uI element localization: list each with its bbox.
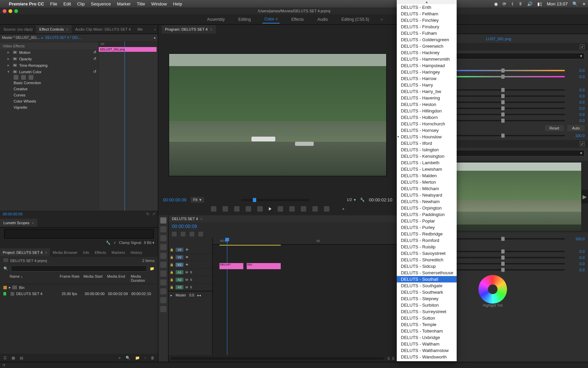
timeline-ruler[interactable]: :00:00 00 (213, 238, 397, 245)
wrench-icon[interactable]: 🔧 (360, 198, 365, 202)
zoom-tool-icon[interactable] (160, 306, 166, 312)
freeform-view-icon[interactable]: ▤ (20, 356, 23, 360)
export-frame-icon[interactable] (324, 206, 329, 212)
export-icon[interactable]: ↗ (152, 212, 155, 217)
menu-file[interactable]: File (50, 1, 57, 6)
tone-value[interactable]: 0.0 (568, 94, 585, 98)
lut-option[interactable]: DELUTS - Romford (397, 237, 457, 244)
creative-value[interactable]: 0.0 (568, 262, 585, 266)
add-marker-icon[interactable] (190, 232, 194, 236)
lut-option[interactable]: DELUTS - Wanstead (397, 360, 457, 361)
loop-icon[interactable]: ↻ (146, 212, 149, 217)
lut-option[interactable]: DELUTS - Heston (397, 101, 457, 108)
new-item-icon[interactable]: ▫ (145, 356, 146, 360)
project-row-bin[interactable]: ▸ Bin (0, 284, 158, 291)
tab-effects[interactable]: Effects (92, 248, 109, 257)
input-lut-dropdown[interactable]: ▾ (438, 53, 585, 59)
creative-value[interactable]: 0.0 (568, 249, 585, 254)
lut-option[interactable]: DELUTS - Goldersgreen (397, 36, 457, 43)
workspace-color-menu-icon[interactable]: ≡ (275, 17, 278, 21)
ec-master-label[interactable]: Master * DELUST_001... (2, 36, 39, 40)
wrench-icon[interactable]: 🔧 (106, 241, 111, 245)
tint-value[interactable]: 0.0 (568, 75, 585, 79)
check-icon[interactable]: ✓ (113, 241, 116, 245)
tone-value[interactable]: 0.0 (568, 112, 585, 117)
workspace-overflow-icon[interactable]: » (381, 17, 383, 22)
extract-icon[interactable] (312, 206, 318, 212)
lock-icon[interactable]: 🔒 (170, 278, 174, 281)
lut-option[interactable]: DELUTS - Hackney (397, 49, 457, 56)
icon-view-icon[interactable]: ▦ (12, 356, 15, 360)
reset-icon[interactable]: ↺ (93, 50, 96, 55)
lut-option[interactable]: DELUTS - Hammersmith (397, 56, 457, 62)
lut-option[interactable]: DELUTS - Fulham (397, 30, 457, 36)
tab-timeline[interactable]: DELUTS SET 4 ≡ (168, 215, 397, 222)
lut-option[interactable]: DELUTS - Uxbridge (397, 334, 457, 341)
go-to-out-icon[interactable] (289, 206, 295, 212)
track-header-master[interactable]: ▸Master0.0▸◂ (168, 291, 212, 299)
creative-slider[interactable] (441, 251, 565, 252)
lut-option[interactable]: DELUTS - Hounslow (397, 134, 457, 140)
tone-slider[interactable] (441, 95, 565, 97)
new-bin-icon[interactable]: 📁 (135, 356, 140, 360)
lut-option[interactable]: DELUTS - Ilford (397, 140, 457, 147)
lut-option[interactable]: DELUTS - Kensington (397, 153, 457, 159)
lut-option[interactable]: DELUTS - Hampstead (397, 62, 457, 69)
scopes-display[interactable] (4, 229, 154, 239)
look-dropdown[interactable]: ▾ (438, 150, 585, 156)
lut-option[interactable]: DELUTS - Paddington (397, 211, 457, 218)
lut-option[interactable]: DELUTS - Sutton (397, 315, 457, 321)
saturation-slider[interactable] (441, 135, 565, 136)
timeline-clip-2[interactable]: DEL (247, 263, 281, 269)
program-view[interactable] (158, 34, 397, 196)
lut-option[interactable]: DELUTS - Ruislip (397, 244, 457, 250)
lut-option[interactable]: DELUTS - Harry (397, 82, 457, 88)
creative-toggle[interactable]: ✓ (580, 141, 585, 146)
ripple-edit-tool-icon[interactable] (160, 235, 166, 241)
lock-icon[interactable]: 🔒 (170, 286, 174, 289)
wifi-icon[interactable]: ⥣ (519, 1, 522, 6)
lut-option[interactable]: DELUTS - Savoystreet (397, 250, 457, 257)
step-back-icon[interactable] (257, 206, 263, 212)
ec-row-opacity[interactable]: ▸fxOpacity↺ (0, 56, 98, 62)
linked-selection-icon[interactable] (181, 232, 185, 236)
lut-option[interactable]: DELUTS - Hornsey (397, 127, 457, 134)
clamp-signal-label[interactable]: Clamp Signal (119, 241, 141, 245)
lut-option[interactable]: DELUTS - Purley (397, 224, 457, 231)
minimize-window-button[interactable] (9, 9, 12, 13)
ec-sub-curves[interactable]: Curves (0, 92, 98, 98)
lut-option[interactable]: DELUTS - Mitcham (397, 185, 457, 192)
timeline-tracks-area[interactable]: :00:00 00 DELUST DEL (213, 238, 397, 355)
lut-option[interactable]: DELUTS - Somersethouse (397, 270, 457, 276)
ec-current-time[interactable]: 00:00:00:09 (3, 212, 22, 217)
intensity-value[interactable]: 100.0 (568, 237, 585, 241)
mask-ellipse-icon[interactable] (14, 75, 18, 80)
col-name[interactable]: Name ▴ (10, 274, 60, 282)
col-framerate[interactable]: Frame Rate (60, 274, 84, 282)
lut-option[interactable]: DELUTS - Wandsworth (397, 354, 457, 360)
lut-option[interactable]: DELUTS - Nealsyard (397, 192, 457, 198)
mark-out-icon[interactable] (234, 206, 240, 212)
step-forward-icon[interactable] (278, 206, 283, 212)
cc-status-icon[interactable]: ◉ (494, 1, 498, 6)
col-media-start[interactable]: Media Start (83, 274, 107, 282)
list-view-icon[interactable]: ☰ (3, 356, 7, 360)
workspace-effects[interactable]: Effects (289, 16, 306, 23)
temperature-value[interactable]: 0.0 (568, 68, 585, 73)
menu-clip[interactable]: Clip (77, 1, 85, 6)
app-name[interactable]: Premiere Pro CC (9, 1, 44, 6)
lut-option[interactable]: DELUTS - Merton (397, 179, 457, 185)
rate-stretch-tool-icon[interactable] (160, 253, 166, 259)
lut-option[interactable]: DELUTS - Holborn (397, 114, 457, 121)
lut-option[interactable]: DELUTS - Erith (397, 4, 457, 11)
program-resolution-dropdown[interactable]: 1/2 ▾ (347, 198, 356, 202)
slide-tool-icon[interactable] (160, 279, 166, 286)
lock-icon[interactable]: 🔒 (170, 263, 174, 266)
button-editor-icon[interactable]: + (342, 207, 344, 211)
timeline-work-area[interactable] (219, 245, 281, 246)
find-icon[interactable]: 🔍 (126, 356, 130, 360)
tab-lumetri-scopes[interactable]: Lumetri Scopes ≡ (0, 219, 37, 227)
menu-help[interactable]: Help (173, 1, 182, 6)
lut-option[interactable]: DELUTS - Newham (397, 198, 457, 205)
lut-option[interactable]: DELUTS - Walthamstow (397, 347, 457, 354)
